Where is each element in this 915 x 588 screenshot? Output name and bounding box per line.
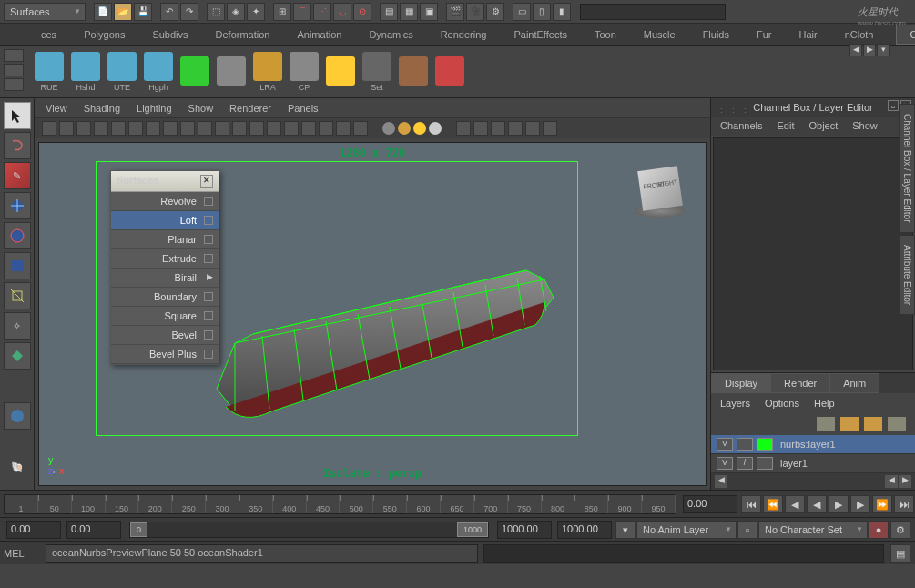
layer-nurbs:layer1[interactable]: Vnurbs:layer1	[711, 435, 915, 454]
lasso-tool[interactable]	[4, 132, 31, 159]
shelf-tab-1[interactable]	[4, 49, 24, 62]
vp-renderer[interactable]: Renderer	[229, 103, 271, 114]
animlayer-opt[interactable]: ▫	[737, 521, 757, 539]
move-tool[interactable]	[4, 192, 31, 219]
current-frame[interactable]: 0.00	[683, 495, 737, 513]
tab-polygons[interactable]: Polygons	[70, 25, 138, 45]
tab-scroll-left[interactable]: ◀	[849, 44, 862, 56]
snap-point-icon[interactable]: ⋰	[313, 3, 331, 21]
vi-7[interactable]	[146, 121, 160, 136]
play-fwd[interactable]: ▶	[829, 495, 849, 513]
shelf-LRA[interactable]: LRA	[251, 49, 284, 95]
light-yellow[interactable]	[413, 122, 426, 135]
soft-tool[interactable]: ✧	[4, 312, 31, 340]
tab-custom[interactable]: Custom	[896, 25, 915, 45]
lm-options[interactable]: Options	[765, 398, 799, 409]
vi-c[interactable]	[491, 121, 505, 136]
vp-panels[interactable]: Panels	[288, 103, 319, 114]
snap-grid-icon[interactable]: ⊞	[273, 3, 291, 21]
tab-ncloth[interactable]: nCloth	[831, 25, 888, 45]
vi-e[interactable]	[525, 121, 540, 136]
script-editor-icon[interactable]: ▤	[890, 544, 910, 563]
tab-ces[interactable]: ces	[27, 25, 70, 45]
shelf-Set[interactable]: Set	[361, 49, 393, 95]
open-icon[interactable]: 📂	[114, 3, 132, 21]
goto-start[interactable]: ⏮	[741, 495, 761, 513]
side-attribute[interactable]: Attribute Editor	[899, 235, 915, 315]
select-icon[interactable]: ⬚	[207, 3, 225, 21]
last-tool[interactable]	[4, 342, 31, 370]
autokey[interactable]: ●	[869, 521, 889, 539]
shelf-tab-2[interactable]	[4, 64, 24, 76]
new-icon[interactable]: 📄	[94, 3, 112, 21]
tab-render[interactable]: Render	[770, 373, 830, 393]
layer-icon-3[interactable]	[864, 417, 882, 431]
menu-bevel-plus[interactable]: Bevel Plus	[111, 345, 219, 364]
tab-hair[interactable]: Hair	[785, 25, 830, 45]
manip-tool[interactable]	[4, 282, 31, 309]
vi-13[interactable]	[249, 121, 264, 136]
light-amber[interactable]	[398, 122, 411, 135]
ship-model[interactable]	[162, 234, 581, 452]
tab-display[interactable]: Display	[711, 373, 771, 393]
goto-end[interactable]: ⏭	[894, 495, 914, 513]
input-icon[interactable]: ▣	[420, 3, 438, 21]
command-input[interactable]	[580, 4, 726, 20]
vi-f[interactable]	[543, 121, 557, 136]
range-slider[interactable]: 0 1000	[129, 522, 489, 538]
play-back[interactable]: ◀	[807, 495, 827, 513]
vi-2[interactable]	[59, 121, 74, 136]
scale-tool[interactable]	[4, 252, 31, 279]
tab-menu-icon[interactable]: ▾	[877, 44, 890, 56]
animlayer-dropdown[interactable]: No Anim Layer	[636, 521, 737, 539]
vi-14[interactable]	[267, 121, 281, 136]
step-fwd-key[interactable]: ⏩	[872, 495, 892, 513]
rotate-tool[interactable]	[4, 222, 31, 249]
vp-view[interactable]: View	[46, 103, 67, 114]
charset-dropdown[interactable]: No Character Set	[758, 521, 868, 539]
vi-9[interactable]	[180, 121, 195, 136]
vi-11[interactable]	[215, 121, 229, 136]
shaded-view[interactable]	[4, 402, 31, 430]
step-back[interactable]: ◀	[785, 495, 805, 513]
shelf-RUE[interactable]: RUE	[33, 49, 66, 95]
tab-toon[interactable]: Toon	[581, 25, 630, 45]
light-white[interactable]	[429, 122, 442, 135]
select-tool[interactable]	[4, 102, 31, 129]
vi-5[interactable]	[111, 121, 126, 136]
shelf-10[interactable]	[397, 49, 430, 95]
menu-extrude[interactable]: Extrude	[111, 249, 219, 269]
vi-12[interactable]	[232, 121, 247, 136]
vp-lighting[interactable]: Lighting	[137, 103, 172, 114]
range-handle-in[interactable]: 0	[130, 522, 147, 537]
scroll-right2[interactable]: ▶	[899, 475, 911, 488]
vi-10[interactable]	[198, 121, 212, 136]
tab-rendering[interactable]: Rendering	[427, 25, 501, 45]
step-back-key[interactable]: ⏪	[763, 495, 783, 513]
snap-live-icon[interactable]: ⊙	[353, 3, 371, 21]
tab-dynamics[interactable]: Dynamics	[355, 25, 426, 45]
prefs-icon[interactable]: ⚙	[890, 521, 910, 539]
tab-muscle[interactable]: Muscle	[630, 25, 689, 45]
vi-6[interactable]	[128, 121, 143, 136]
render-icon[interactable]: 🎬	[446, 3, 464, 21]
paint-icon[interactable]: ✦	[247, 3, 265, 21]
step-fwd[interactable]: ▶	[850, 495, 870, 513]
surfaces-menu-header[interactable]: Surfaces✕	[111, 171, 219, 192]
lm-help[interactable]: Help	[814, 398, 835, 409]
menu-square[interactable]: Square	[111, 307, 219, 326]
cmd-output[interactable]	[483, 544, 884, 563]
vi-4[interactable]	[94, 121, 108, 136]
cmd-input[interactable]: oceanNurbsPreviewPlane 50 50 oceanShader…	[46, 544, 478, 563]
side-channelbox[interactable]: Channel Box / Layer Editor	[899, 104, 915, 233]
range-handle-out[interactable]: 1000	[457, 522, 488, 537]
range-in[interactable]: 0.00	[66, 521, 121, 539]
snap-plane-icon[interactable]: ◡	[333, 3, 351, 21]
save-icon[interactable]: 💾	[134, 3, 152, 21]
tab-deformation[interactable]: Deformation	[202, 25, 284, 45]
shelf-5[interactable]	[215, 49, 248, 95]
tab-painteffects[interactable]: PaintEffects	[500, 25, 581, 45]
vi-15[interactable]	[284, 121, 299, 136]
vi-19[interactable]	[353, 121, 368, 136]
layer-layer1[interactable]: V/layer1	[711, 454, 915, 473]
